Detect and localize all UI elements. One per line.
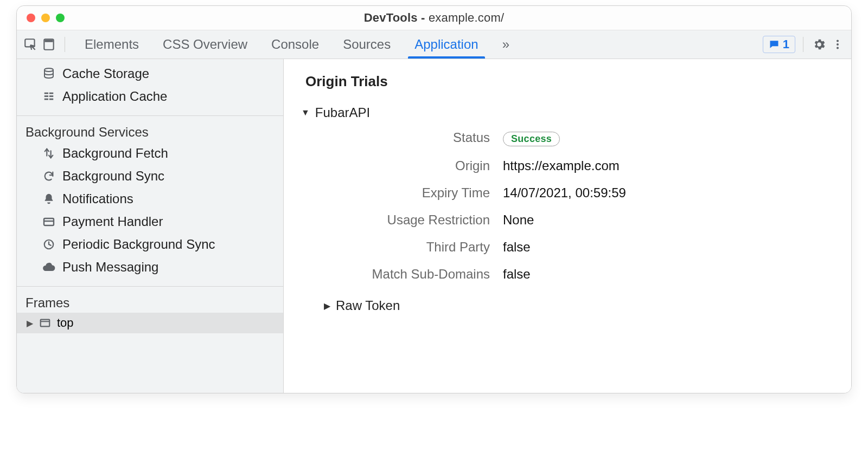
sidebar-item-notifications[interactable]: Notifications bbox=[17, 188, 283, 210]
origin-trials-panel: Origin Trials ▼ FubarAPI Status Success … bbox=[284, 59, 851, 393]
sidebar-item-periodic-bg-sync[interactable]: Periodic Background Sync bbox=[17, 233, 283, 256]
svg-rect-11 bbox=[44, 99, 48, 100]
toolbar-separator bbox=[65, 37, 65, 52]
window-controls bbox=[17, 14, 65, 22]
third-party-value: false bbox=[503, 240, 836, 255]
tab-css-overview[interactable]: CSS Overview bbox=[151, 30, 259, 59]
svg-rect-2 bbox=[44, 40, 53, 42]
minimize-window-button[interactable] bbox=[41, 14, 50, 22]
expand-icon: ▶ bbox=[324, 301, 330, 311]
svg-rect-10 bbox=[49, 95, 53, 97]
frames-top-item[interactable]: ▶ top bbox=[17, 313, 283, 333]
svg-rect-16 bbox=[41, 320, 50, 327]
tab-elements[interactable]: Elements bbox=[73, 30, 151, 59]
svg-point-3 bbox=[837, 40, 839, 42]
expand-icon: ▶ bbox=[27, 318, 33, 328]
content-area: Cache Storage Application Cache Backgrou… bbox=[17, 59, 851, 393]
more-options-button[interactable] bbox=[829, 36, 846, 53]
sidebar-item-label: Background Fetch bbox=[62, 146, 168, 161]
main-toolbar: Elements CSS Overview Console Sources Ap… bbox=[17, 30, 851, 59]
zoom-window-button[interactable] bbox=[56, 14, 65, 22]
sidebar-item-label: Background Sync bbox=[62, 169, 164, 184]
svg-rect-12 bbox=[49, 99, 53, 100]
grid-icon bbox=[42, 89, 56, 104]
sidebar-item-payment-handler[interactable]: Payment Handler bbox=[17, 210, 283, 233]
origin-value: https://example.com bbox=[503, 158, 836, 173]
origin-label: Origin bbox=[316, 158, 490, 173]
kebab-icon bbox=[832, 38, 844, 50]
svg-rect-9 bbox=[44, 95, 48, 97]
window-title-suffix: example.com/ bbox=[429, 11, 504, 24]
toolbar-separator bbox=[803, 37, 803, 52]
tab-application[interactable]: Application bbox=[403, 30, 490, 59]
raw-token-row[interactable]: ▶ Raw Token bbox=[324, 298, 836, 313]
transfer-icon bbox=[42, 146, 56, 160]
gear-icon bbox=[812, 37, 826, 51]
svg-point-4 bbox=[837, 43, 839, 46]
clock-icon bbox=[42, 237, 56, 251]
more-tabs-button[interactable]: » bbox=[490, 30, 521, 59]
panel-title: Origin Trials bbox=[305, 73, 836, 90]
sync-icon bbox=[42, 169, 56, 183]
svg-rect-8 bbox=[49, 93, 53, 94]
match-subdomains-value: false bbox=[503, 267, 836, 282]
svg-point-5 bbox=[837, 47, 839, 49]
svg-rect-13 bbox=[44, 218, 54, 225]
sidebar-item-application-cache[interactable]: Application Cache bbox=[17, 85, 283, 108]
tab-sources[interactable]: Sources bbox=[331, 30, 403, 59]
trial-name: FubarAPI bbox=[315, 105, 370, 120]
credit-card-icon bbox=[42, 215, 56, 229]
svg-rect-7 bbox=[44, 93, 48, 94]
status-badge: Success bbox=[503, 132, 560, 146]
settings-button[interactable] bbox=[811, 36, 827, 53]
frames-section: Frames ▶ top bbox=[17, 287, 283, 333]
issues-badge[interactable]: 1 bbox=[763, 36, 795, 53]
sidebar-item-label: Application Cache bbox=[62, 89, 167, 104]
sidebar-item-label: Push Messaging bbox=[62, 260, 158, 275]
section-title: Background Services bbox=[17, 119, 283, 142]
tab-console[interactable]: Console bbox=[259, 30, 331, 59]
inspect-element-icon[interactable] bbox=[22, 36, 39, 53]
sidebar-item-cache-storage[interactable]: Cache Storage bbox=[17, 62, 283, 85]
window-title: DevTools - example.com/ bbox=[17, 11, 851, 25]
cloud-icon bbox=[42, 260, 56, 274]
svg-point-6 bbox=[44, 68, 53, 72]
device-toolbar-icon[interactable] bbox=[41, 36, 57, 53]
close-window-button[interactable] bbox=[27, 14, 35, 22]
trial-details: Status Success Origin https://example.co… bbox=[305, 130, 836, 282]
expiry-value: 14/07/2021, 00:59:59 bbox=[503, 185, 836, 201]
sidebar-item-background-fetch[interactable]: Background Fetch bbox=[17, 142, 283, 165]
message-icon bbox=[769, 39, 780, 50]
third-party-label: Third Party bbox=[316, 240, 490, 255]
bell-icon bbox=[42, 192, 56, 206]
sidebar-item-background-sync[interactable]: Background Sync bbox=[17, 165, 283, 188]
sidebar-item-push-messaging[interactable]: Push Messaging bbox=[17, 256, 283, 279]
sidebar-item-label: Notifications bbox=[62, 191, 133, 206]
devtools-window: DevTools - example.com/ Elements CSS Ove… bbox=[16, 5, 852, 393]
match-subdomains-label: Match Sub-Domains bbox=[316, 267, 490, 282]
usage-value: None bbox=[503, 212, 836, 228]
usage-label: Usage Restriction bbox=[316, 212, 490, 228]
window-title-prefix: DevTools bbox=[364, 11, 418, 24]
application-sidebar: Cache Storage Application Cache Backgrou… bbox=[17, 59, 284, 393]
titlebar: DevTools - example.com/ bbox=[17, 6, 851, 30]
frames-top-label: top bbox=[57, 316, 74, 330]
sidebar-item-label: Cache Storage bbox=[62, 66, 149, 81]
database-icon bbox=[42, 67, 56, 81]
trial-row[interactable]: ▼ FubarAPI bbox=[301, 105, 836, 120]
raw-token-label: Raw Token bbox=[336, 298, 400, 313]
sidebar-item-label: Payment Handler bbox=[62, 214, 163, 229]
panel-tabs: Elements CSS Overview Console Sources Ap… bbox=[73, 30, 521, 59]
sidebar-item-label: Periodic Background Sync bbox=[62, 237, 215, 252]
window-icon bbox=[39, 316, 52, 329]
cache-section: Cache Storage Application Cache bbox=[17, 59, 283, 116]
issues-count: 1 bbox=[783, 37, 789, 51]
collapse-icon: ▼ bbox=[301, 108, 310, 118]
section-title: Frames bbox=[17, 290, 283, 313]
status-value: Success bbox=[503, 130, 836, 146]
expiry-label: Expiry Time bbox=[316, 185, 490, 201]
background-services-section: Background Services Background Fetch Bac… bbox=[17, 116, 283, 287]
status-label: Status bbox=[316, 130, 490, 146]
